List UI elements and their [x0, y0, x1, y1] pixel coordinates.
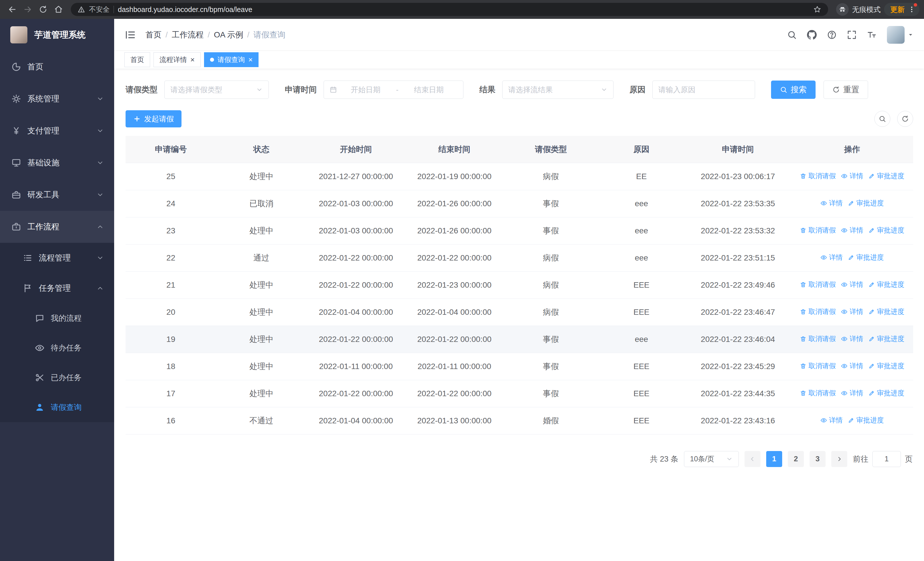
close-icon[interactable]: ×: [248, 56, 252, 63]
incognito-indicator: 无痕模式: [836, 3, 880, 16]
tab-请假查询[interactable]: 请假查询×: [204, 52, 258, 67]
cell-status: 通过: [216, 244, 306, 271]
home-icon[interactable]: [51, 2, 66, 17]
goto-page: 前往 页: [853, 451, 913, 467]
progress-action-link[interactable]: 审批进度: [848, 416, 884, 425]
github-icon[interactable]: [807, 30, 817, 40]
eye-icon: [841, 281, 848, 288]
sidebar-item-workflow[interactable]: 工作流程: [0, 211, 114, 243]
progress-action-link[interactable]: 审批进度: [868, 226, 904, 235]
page-button-3[interactable]: 3: [810, 451, 825, 467]
detail-action-link[interactable]: 详情: [841, 361, 863, 370]
tab-label: 流程详情: [159, 55, 187, 64]
breadcrumb-item[interactable]: 工作流程: [172, 29, 204, 40]
breadcrumb-item[interactable]: OA 示例: [214, 29, 243, 40]
cancel-action-link[interactable]: 取消请假: [800, 388, 836, 398]
cancel-action-link[interactable]: 取消请假: [800, 171, 836, 180]
refresh-table-button[interactable]: [897, 111, 913, 127]
sidebar-item-home[interactable]: 首页: [0, 51, 114, 83]
fullscreen-icon[interactable]: [847, 30, 856, 40]
reason-input[interactable]: [652, 81, 755, 99]
reload-icon[interactable]: [35, 2, 51, 17]
sidebar-item-todo-tasks[interactable]: 待办任务: [0, 333, 114, 363]
sidebar-item-infrastructure[interactable]: 基础设施: [0, 147, 114, 179]
font-size-icon[interactable]: [867, 30, 877, 40]
sidebar-item-payment-management[interactable]: 支付管理: [0, 115, 114, 147]
tab-流程详情[interactable]: 流程详情×: [153, 52, 201, 67]
detail-action-link[interactable]: 详情: [841, 334, 863, 343]
detail-action-link[interactable]: 详情: [841, 388, 863, 398]
breadcrumb: 首页/工作流程/OA 示例/请假查询: [146, 29, 285, 40]
progress-action-link[interactable]: 审批进度: [868, 388, 904, 398]
result-label: 结果: [479, 84, 495, 95]
progress-action-link[interactable]: 审批进度: [868, 307, 904, 316]
progress-action-link[interactable]: 审批进度: [868, 171, 904, 180]
detail-action-link[interactable]: 详情: [820, 199, 843, 208]
breadcrumb-separator: /: [165, 30, 168, 39]
sidebar-item-system-management[interactable]: 系统管理: [0, 83, 114, 115]
date-range-picker[interactable]: 开始日期 - 结束日期: [324, 81, 464, 99]
sidebar-item-label: 支付管理: [27, 125, 59, 136]
next-page-button[interactable]: [831, 451, 847, 467]
progress-action-link[interactable]: 审批进度: [868, 280, 904, 289]
progress-action-link[interactable]: 审批进度: [868, 361, 904, 370]
reset-button[interactable]: 重置: [824, 81, 868, 99]
toggle-search-button[interactable]: [874, 111, 890, 127]
cell-leave-type: 事假: [504, 190, 598, 217]
avatar[interactable]: [887, 26, 904, 44]
detail-action-link[interactable]: 详情: [841, 226, 863, 235]
submenu-workflow: 流程管理任务管理我的流程待办任务已办任务请假查询: [0, 243, 114, 422]
prev-page-button[interactable]: [744, 451, 760, 467]
table-row: 19处理中2022-01-22 00:00:002022-01-22 00:00…: [126, 326, 913, 353]
question-icon[interactable]: [827, 30, 837, 40]
progress-action-link[interactable]: 审批进度: [848, 199, 884, 208]
search-icon: [780, 86, 787, 93]
search-button[interactable]: 搜索: [771, 81, 816, 99]
cancel-action-link[interactable]: 取消请假: [800, 226, 836, 235]
table-header-row: 申请编号状态开始时间结束时间请假类型原因申请时间操作: [126, 136, 913, 163]
detail-action-link[interactable]: 详情: [841, 280, 863, 289]
detail-action-link[interactable]: 详情: [841, 307, 863, 316]
action-label: 审批进度: [856, 199, 884, 208]
result-select[interactable]: 请选择流结果: [502, 81, 614, 99]
page-number-group: 123: [766, 451, 825, 467]
breadcrumb-item[interactable]: 首页: [146, 29, 162, 40]
detail-action-link[interactable]: 详情: [820, 416, 843, 425]
page-button-2[interactable]: 2: [788, 451, 804, 467]
progress-action-link[interactable]: 审批进度: [868, 334, 904, 343]
forward-arrow-icon[interactable]: [20, 2, 35, 17]
create-leave-button[interactable]: 发起请假: [126, 110, 182, 127]
kebab-menu-icon[interactable]: [908, 6, 915, 13]
tab-首页[interactable]: 首页: [124, 52, 150, 67]
user-menu[interactable]: [887, 26, 914, 44]
detail-action-link[interactable]: 详情: [820, 253, 843, 262]
hamburger-icon[interactable]: [124, 29, 136, 41]
cancel-action-link[interactable]: 取消请假: [800, 334, 836, 343]
progress-action-link[interactable]: 审批进度: [848, 253, 884, 262]
sidebar-item-done-tasks[interactable]: 已办任务: [0, 363, 114, 393]
cancel-action-link[interactable]: 取消请假: [800, 280, 836, 289]
sidebar-item-leave-query[interactable]: 请假查询: [0, 393, 114, 422]
url-bar[interactable]: 不安全 dashboard.yudao.iocoder.cn/bpm/oa/le…: [71, 3, 828, 16]
goto-page-input[interactable]: [872, 451, 901, 467]
cancel-action-link[interactable]: 取消请假: [800, 361, 836, 370]
sidebar-item-process-management[interactable]: 流程管理: [0, 243, 114, 273]
eye-icon: [841, 227, 848, 234]
sidebar-item-task-management[interactable]: 任务管理: [0, 273, 114, 303]
search-icon[interactable]: [787, 30, 797, 40]
close-icon[interactable]: ×: [190, 56, 195, 63]
table-row: 21处理中2022-01-22 00:00:002022-01-23 00:00…: [126, 271, 913, 298]
sidebar-item-my-processes[interactable]: 我的流程: [0, 303, 114, 333]
detail-action-link[interactable]: 详情: [841, 171, 863, 180]
page-button-1[interactable]: 1: [766, 451, 782, 467]
warning-icon: [78, 6, 85, 13]
cell-status: 处理中: [216, 298, 306, 326]
cancel-action-link[interactable]: 取消请假: [800, 307, 836, 316]
update-button[interactable]: 更新: [884, 3, 920, 16]
page-size-select[interactable]: 10条/页: [684, 451, 739, 467]
leave-type-select[interactable]: 请选择请假类型: [164, 81, 269, 99]
cell-apply-time: 2022-01-22 23:53:35: [685, 190, 791, 217]
sidebar-item-dev-tools[interactable]: 研发工具: [0, 179, 114, 211]
bookmark-star-icon[interactable]: [813, 5, 821, 14]
back-arrow-icon[interactable]: [4, 2, 20, 17]
